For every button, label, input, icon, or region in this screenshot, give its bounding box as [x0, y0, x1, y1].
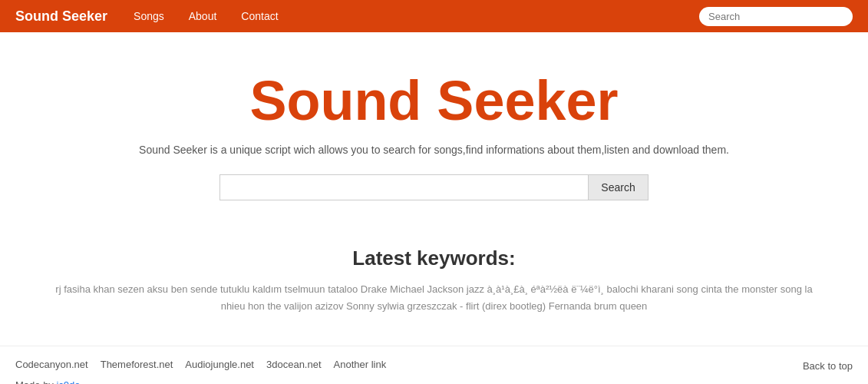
back-to-top-link[interactable]: Back to top: [803, 359, 853, 372]
hero-section: Sound Seeker Sound Seeker is a unique sc…: [0, 32, 868, 223]
nav-search-input[interactable]: [699, 7, 853, 26]
footer: Codecanyon.net Themeforest.net Audiojung…: [0, 346, 868, 384]
nav-songs[interactable]: Songs: [123, 5, 175, 27]
footer-link-audiojungle[interactable]: Audiojungle.net: [185, 359, 254, 370]
hero-description: Sound Seeker is a unique script wich all…: [15, 144, 853, 156]
footer-left: Codecanyon.net Themeforest.net Audiojung…: [15, 359, 408, 384]
keywords-title: Latest keywords:: [46, 247, 822, 270]
keywords-section: Latest keywords: rj fasiha khan sezen ak…: [0, 223, 868, 330]
nav-links: Songs About Contact: [123, 5, 699, 27]
nav-about[interactable]: About: [178, 5, 228, 27]
footer-link-codecanyon[interactable]: Codecanyon.net: [15, 359, 88, 370]
footer-links: Codecanyon.net Themeforest.net Audiojung…: [15, 359, 408, 370]
footer-made: Made by ic0de.: [15, 379, 408, 384]
footer-made-text: Made by: [15, 379, 56, 384]
footer-made-suffix: .: [81, 379, 84, 384]
footer-link-3docean[interactable]: 3docean.net: [266, 359, 322, 370]
navbar: Sound Seeker Songs About Contact: [0, 0, 868, 32]
footer-link-another[interactable]: Another link: [334, 359, 387, 370]
nav-contact[interactable]: Contact: [230, 5, 289, 27]
hero-title: Sound Seeker: [15, 71, 853, 131]
footer-made-link[interactable]: ic0de: [56, 379, 80, 384]
main-search-button[interactable]: Search: [588, 174, 648, 200]
main-search-input[interactable]: [219, 174, 588, 200]
main-search-row: Search: [15, 174, 853, 200]
footer-link-themeforest[interactable]: Themeforest.net: [101, 359, 173, 370]
nav-search-wrap: [699, 7, 853, 26]
brand: Sound Seeker: [15, 8, 107, 25]
keywords-text: rj fasiha khan sezen aksu ben sende tutu…: [46, 281, 822, 315]
